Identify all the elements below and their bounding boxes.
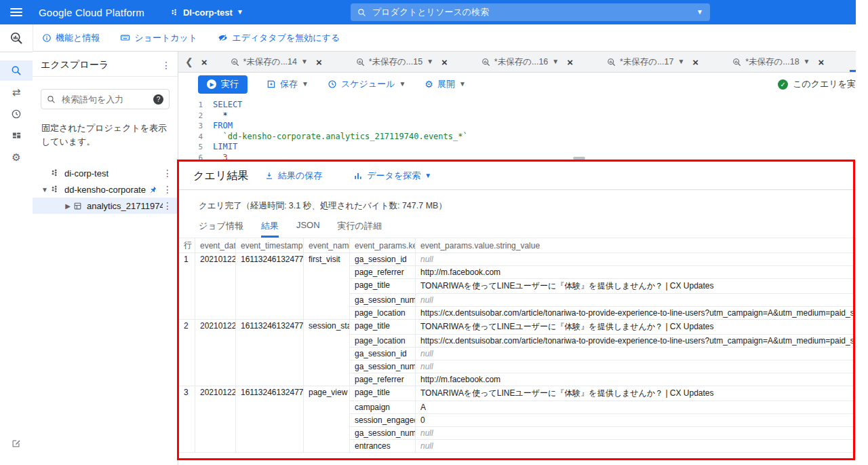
close-icon[interactable]: × — [441, 56, 448, 68]
close-icon[interactable]: × — [567, 56, 573, 68]
results-tab[interactable]: 実行の詳細 — [338, 220, 382, 238]
clock-icon — [11, 109, 22, 119]
close-icon[interactable]: × — [692, 56, 698, 68]
editor-workspace: ❮ × *未保存の...14▼×*未保存の...15▼×*未保存の...16▼×… — [178, 52, 856, 465]
table-cell: page_title — [350, 386, 416, 401]
rail-scheduled-queries-button[interactable] — [0, 104, 33, 124]
table-cell: 1611324613247756 — [236, 253, 304, 320]
explorer-search-box[interactable]: ? — [41, 89, 170, 109]
expand-menu-button[interactable]: ⚙ 展開 ▼ — [425, 78, 465, 90]
editor-tab[interactable]: *未保存の...16▼× — [473, 52, 581, 72]
editor-tab[interactable]: *未保存の...15▼× — [348, 52, 456, 72]
editor-tab[interactable]: *未保存の...14▼× — [222, 52, 330, 72]
compose-note-icon[interactable] — [11, 439, 21, 449]
project-selector[interactable]: DI-corp-test ▼ — [170, 7, 243, 18]
query-toolbar: ▶ 実行 保存 ▼ スケジュール ▼ ⚙ 展開 ▼ — [178, 73, 856, 96]
shortcuts-label: ショートカット — [134, 32, 197, 44]
sql-line[interactable]: 2 * — [178, 111, 856, 122]
pin-icon[interactable] — [149, 185, 157, 194]
table-cell: null — [416, 253, 856, 266]
project-icon — [170, 8, 179, 17]
table-cell: null — [416, 294, 856, 307]
capacity-icon — [12, 131, 22, 141]
rail-search-button[interactable] — [0, 60, 33, 81]
query-icon — [481, 58, 490, 67]
tree-item-project[interactable]: di-corp-test ⋮ — [33, 165, 178, 181]
sql-line[interactable]: 1SELECT — [178, 100, 856, 111]
sql-editor-lines: 1SELECT2 *3FROM4 `dd-kensho-corporate.an… — [178, 100, 856, 163]
tree-item-project[interactable]: ▼ dd-kensho-corporate ⋮ — [33, 181, 178, 198]
features-info-button[interactable]: 機能と情報 — [42, 32, 100, 44]
rail-transfers-button[interactable]: ⇄ — [0, 82, 33, 103]
results-tab[interactable]: ジョブ情報 — [199, 220, 243, 238]
scroll-tabs-left-icon[interactable]: ❮ — [185, 56, 193, 67]
column-header: 行 — [179, 238, 195, 253]
more-vert-icon[interactable]: ⋮ — [163, 168, 172, 178]
close-icon[interactable]: × — [818, 56, 825, 68]
shortcuts-button[interactable]: ショートカット — [120, 32, 197, 44]
table-cell: page_title — [350, 279, 416, 294]
editor-tabstrip-tabs: *未保存の...14▼×*未保存の...15▼×*未保存の...16▼×*未保存… — [222, 52, 856, 72]
save-results-button[interactable]: 結果の保存 — [264, 170, 322, 182]
sql-line[interactable]: 3FROM — [178, 121, 856, 132]
top-navigation-bar: Google Cloud Platform DI-corp-test ▼ プロダ… — [0, 0, 856, 24]
chevron-down-icon[interactable]: ▼ — [301, 58, 308, 65]
more-vert-icon[interactable]: ⋮ — [163, 185, 172, 194]
chevron-down-icon[interactable]: ▼ — [39, 186, 50, 193]
tree-item-label: dd-kensho-corporate — [64, 185, 146, 195]
chevron-down-icon[interactable]: ▼ — [677, 58, 684, 65]
check-circle-icon: ✓ — [778, 79, 788, 90]
disable-editor-tabs-button[interactable]: エディタタブを無効にする — [218, 32, 340, 44]
table-row: 1202101221611324613247756first_visitga_s… — [179, 253, 856, 266]
table-cell: http://m.facebook.com — [416, 373, 856, 386]
table-cell: page_view — [304, 386, 350, 453]
chevron-down-icon: ▼ — [302, 81, 309, 88]
sql-line[interactable]: 5LIMIT — [178, 142, 856, 153]
run-query-button[interactable]: ▶ 実行 — [198, 75, 248, 94]
table-cell: 20210122 — [195, 253, 236, 320]
table-cell: 1611324613247756 — [236, 386, 304, 453]
rail-capacity-button[interactable] — [0, 126, 33, 146]
results-tab[interactable]: JSON — [296, 220, 320, 238]
chevron-down-icon[interactable]: ▼ — [427, 58, 433, 65]
menu-icon[interactable] — [10, 8, 22, 16]
global-search-bar[interactable]: プロダクトとリソースの検索 ▼ — [351, 3, 710, 21]
tree-item-dataset[interactable]: ▶ analytics_217119740 ⋮ — [33, 198, 178, 214]
help-icon[interactable]: ? — [153, 94, 163, 105]
search-placeholder: プロダクトとリソースの検索 — [372, 6, 489, 18]
rail-settings-button[interactable]: ⚙ — [0, 147, 33, 168]
sql-code: LIMIT — [213, 142, 237, 153]
save-query-button[interactable]: 保存 ▼ — [267, 78, 309, 90]
chevron-down-icon[interactable]: ▼ — [804, 58, 810, 65]
tab-label: *未保存の...15 — [369, 56, 422, 68]
table-cell: null — [416, 440, 856, 453]
app-window: Google Cloud Platform DI-corp-test ▼ プロダ… — [0, 0, 856, 465]
sql-line[interactable]: 4 `dd-kensho-corporate.analytics_2171197… — [178, 132, 856, 143]
table-cell: https://cx.dentsuisobar.com/article/tona… — [416, 307, 856, 320]
table-cell: null — [416, 427, 856, 440]
more-vert-icon[interactable]: ⋮ — [161, 60, 171, 70]
gcp-logo-title[interactable]: Google Cloud Platform — [39, 7, 144, 18]
schedule-query-button[interactable]: スケジュール ▼ — [328, 78, 406, 90]
sql-code: * — [213, 111, 228, 122]
editor-tab[interactable]: *未保存の...18▼× — [724, 52, 832, 72]
chevron-down-icon: ▼ — [399, 81, 406, 88]
sql-editor[interactable]: 1SELECT2 *3FROM4 `dd-kensho-corporate.an… — [178, 96, 856, 163]
close-icon[interactable]: × — [201, 56, 208, 68]
table-cell: 3 — [179, 386, 195, 453]
chevron-down-icon[interactable]: ▼ — [696, 9, 703, 16]
chevron-right-icon[interactable]: ▶ — [62, 202, 73, 210]
chevron-down-icon: ▼ — [425, 172, 431, 179]
close-icon[interactable]: × — [316, 56, 322, 68]
panel-resize-handle[interactable] — [573, 157, 585, 160]
info-icon — [42, 33, 52, 43]
explorer-search-input[interactable] — [60, 94, 149, 105]
bigquery-logo-icon[interactable] — [0, 24, 33, 52]
editor-tab[interactable]: *未保存の...19▼× — [850, 52, 856, 72]
more-vert-icon[interactable]: ⋮ — [163, 201, 172, 210]
results-tab[interactable]: 結果 — [261, 220, 279, 238]
chevron-down-icon[interactable]: ▼ — [552, 58, 559, 65]
table-cell: ga_session_number — [350, 427, 416, 440]
explore-data-button[interactable]: データを探索 ▼ — [353, 170, 431, 182]
editor-tab[interactable]: *未保存の...17▼× — [599, 52, 707, 72]
